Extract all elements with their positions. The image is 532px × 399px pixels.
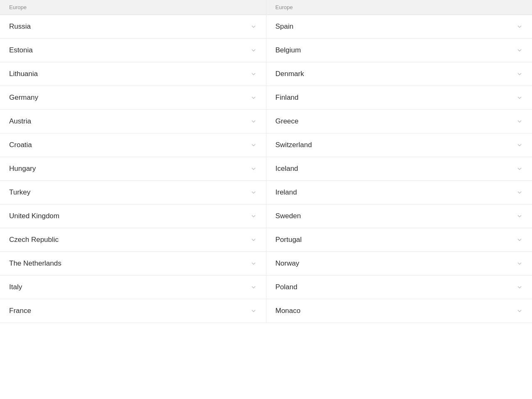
right-section-header: Europe	[266, 0, 532, 15]
chevron-down-icon	[516, 94, 523, 101]
country-name: Poland	[276, 283, 298, 291]
chevron-down-icon	[516, 118, 523, 125]
country-name: Spain	[276, 22, 293, 31]
country-name: Estonia	[9, 46, 33, 54]
chevron-down-icon	[516, 23, 523, 30]
chevron-down-icon	[250, 23, 257, 30]
country-item[interactable]: Iceland	[266, 157, 532, 181]
country-name: Sweden	[276, 212, 301, 220]
country-item[interactable]: The Netherlands	[0, 252, 266, 276]
country-name: The Netherlands	[9, 259, 62, 268]
chevron-down-icon	[516, 260, 523, 267]
right-country-list: SpainBelgiumDenmarkFinlandGreeceSwitzerl…	[266, 15, 532, 323]
country-item[interactable]: Spain	[266, 15, 532, 39]
country-item[interactable]: Ireland	[266, 181, 532, 204]
country-name: Belgium	[276, 46, 301, 54]
country-item[interactable]: France	[0, 299, 266, 323]
chevron-down-icon	[250, 94, 257, 101]
country-name: Lithuania	[9, 70, 38, 78]
country-item[interactable]: Poland	[266, 276, 532, 299]
chevron-down-icon	[516, 308, 523, 314]
country-name: Russia	[9, 22, 31, 31]
chevron-down-icon	[250, 308, 257, 314]
main-container: Europe RussiaEstoniaLithuaniaGermanyAust…	[0, 0, 532, 323]
chevron-down-icon	[250, 118, 257, 125]
country-item[interactable]: Croatia	[0, 133, 266, 157]
country-name: Czech Republic	[9, 236, 59, 244]
chevron-down-icon	[250, 260, 257, 267]
chevron-down-icon	[516, 213, 523, 219]
country-name: Denmark	[276, 70, 304, 78]
chevron-down-icon	[516, 284, 523, 291]
country-item[interactable]: Czech Republic	[0, 228, 266, 252]
country-name: Portugal	[276, 236, 302, 244]
country-item[interactable]: Estonia	[0, 39, 266, 62]
country-item[interactable]: Hungary	[0, 157, 266, 181]
chevron-down-icon	[250, 189, 257, 196]
country-item[interactable]: Italy	[0, 276, 266, 299]
chevron-down-icon	[516, 236, 523, 243]
chevron-down-icon	[516, 189, 523, 196]
country-item[interactable]: Switzerland	[266, 133, 532, 157]
chevron-down-icon	[250, 213, 257, 219]
chevron-down-icon	[516, 165, 523, 172]
chevron-down-icon	[516, 142, 523, 148]
country-name: Turkey	[9, 188, 30, 197]
chevron-down-icon	[250, 284, 257, 291]
chevron-down-icon	[516, 47, 523, 54]
country-name: United Kingdom	[9, 212, 59, 220]
country-name: Iceland	[276, 165, 298, 173]
chevron-down-icon	[250, 142, 257, 148]
chevron-down-icon	[250, 47, 257, 54]
country-name: Croatia	[9, 141, 32, 149]
left-section-header: Europe	[0, 0, 266, 15]
left-country-list: RussiaEstoniaLithuaniaGermanyAustriaCroa…	[0, 15, 266, 323]
country-item[interactable]: Germany	[0, 86, 266, 110]
country-name: Greece	[276, 117, 299, 126]
country-item[interactable]: United Kingdom	[0, 204, 266, 228]
chevron-down-icon	[516, 71, 523, 77]
chevron-down-icon	[250, 165, 257, 172]
left-column: Europe RussiaEstoniaLithuaniaGermanyAust…	[0, 0, 266, 323]
country-item[interactable]: Portugal	[266, 228, 532, 252]
country-name: Austria	[9, 117, 31, 126]
country-name: Germany	[9, 94, 38, 102]
chevron-down-icon	[250, 236, 257, 243]
country-item[interactable]: Greece	[266, 110, 532, 133]
country-item[interactable]: Austria	[0, 110, 266, 133]
right-column: Europe SpainBelgiumDenmarkFinlandGreeceS…	[266, 0, 532, 323]
country-item[interactable]: Norway	[266, 252, 532, 276]
country-name: France	[9, 307, 31, 315]
country-name: Norway	[276, 259, 300, 268]
country-name: Italy	[9, 283, 22, 291]
country-item[interactable]: Russia	[0, 15, 266, 39]
country-item[interactable]: Belgium	[266, 39, 532, 62]
country-name: Hungary	[9, 165, 36, 173]
chevron-down-icon	[250, 71, 257, 77]
country-item[interactable]: Sweden	[266, 204, 532, 228]
country-item[interactable]: Monaco	[266, 299, 532, 323]
country-item[interactable]: Lithuania	[0, 62, 266, 86]
country-item[interactable]: Finland	[266, 86, 532, 110]
country-name: Switzerland	[276, 141, 312, 149]
country-item[interactable]: Turkey	[0, 181, 266, 204]
country-name: Finland	[276, 94, 299, 102]
country-item[interactable]: Denmark	[266, 62, 532, 86]
country-name: Ireland	[276, 188, 297, 197]
country-name: Monaco	[276, 307, 300, 315]
